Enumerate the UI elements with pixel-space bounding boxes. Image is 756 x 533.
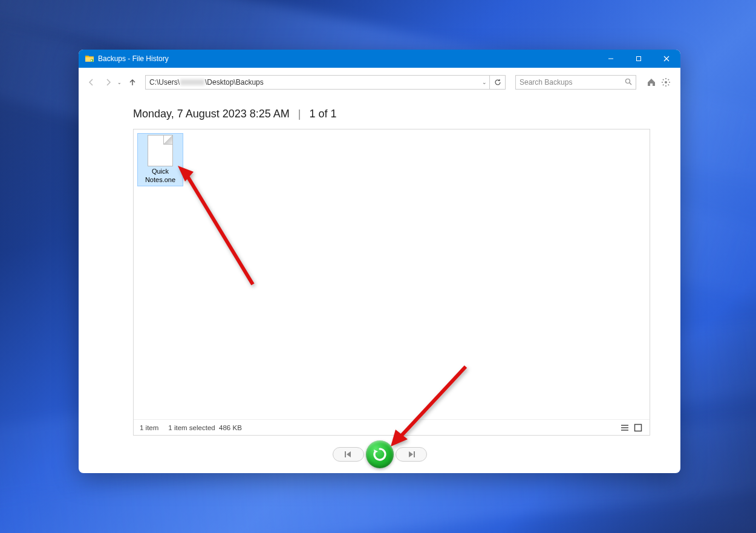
chevron-down-icon[interactable]: ⌄ [482,79,487,85]
file-icon [148,135,173,166]
version-position: 1 of 1 [310,108,337,120]
svg-line-6 [630,83,631,85]
version-header: Monday, 7 August 2023 8:25 AM | 1 of 1 [133,108,650,120]
version-timestamp: Monday, 7 August 2023 8:25 AM [133,108,290,120]
options-button[interactable] [660,77,671,88]
window-title: Backups - File History [98,54,169,63]
navigation-controls [79,436,680,473]
close-button[interactable] [653,50,680,68]
svg-point-7 [665,81,667,83]
minimize-button[interactable] [597,50,625,68]
folder-icon [85,54,94,64]
address-path-redacted [180,79,204,85]
status-size: 486 KB [219,424,242,431]
svg-point-5 [626,79,630,83]
next-version-button[interactable] [396,447,427,462]
search-input[interactable] [520,78,625,87]
back-button[interactable] [85,76,98,89]
recent-locations-dropdown[interactable]: ⌄ [116,80,122,85]
svg-rect-11 [635,424,642,431]
file-pane: Quick Notes.one 1 item 1 item selected 4… [133,129,650,436]
file-grid[interactable]: Quick Notes.one [134,129,650,419]
refresh-button[interactable] [490,75,506,90]
svg-rect-12 [345,451,346,457]
status-item-count: 1 item [140,424,158,431]
content-area: Monday, 7 August 2023 8:25 AM | 1 of 1 Q… [79,97,680,436]
file-item[interactable]: Quick Notes.one [137,133,183,186]
search-box[interactable] [515,75,636,90]
home-button[interactable] [646,77,657,88]
address-path-prefix: C:\Users\ [149,78,180,87]
address-path-suffix: \Desktop\Backups [205,78,264,87]
status-bar: 1 item 1 item selected 486 KB [134,419,650,435]
status-selected-count: 1 item selected [168,424,215,431]
svg-rect-13 [414,451,415,457]
details-view-button[interactable] [619,423,630,433]
desktop-wallpaper: Backups - File History ⌄ [0,0,756,533]
large-icons-view-button[interactable] [633,423,644,433]
version-divider: | [298,108,301,120]
file-label: Quick Notes.one [139,168,181,185]
titlebar[interactable]: Backups - File History [79,50,680,68]
maximize-button[interactable] [625,50,653,68]
file-history-window: Backups - File History ⌄ [79,50,680,473]
previous-version-button[interactable] [333,447,364,462]
up-button[interactable] [126,76,139,89]
svg-rect-2 [637,57,641,61]
address-bar[interactable]: C:\Users\\Desktop\Backups ⌄ [145,75,490,90]
restore-button[interactable] [366,440,394,468]
search-icon [625,78,632,87]
forward-button[interactable] [102,76,115,89]
toolbar: ⌄ C:\Users\\Desktop\Backups ⌄ [79,68,680,97]
